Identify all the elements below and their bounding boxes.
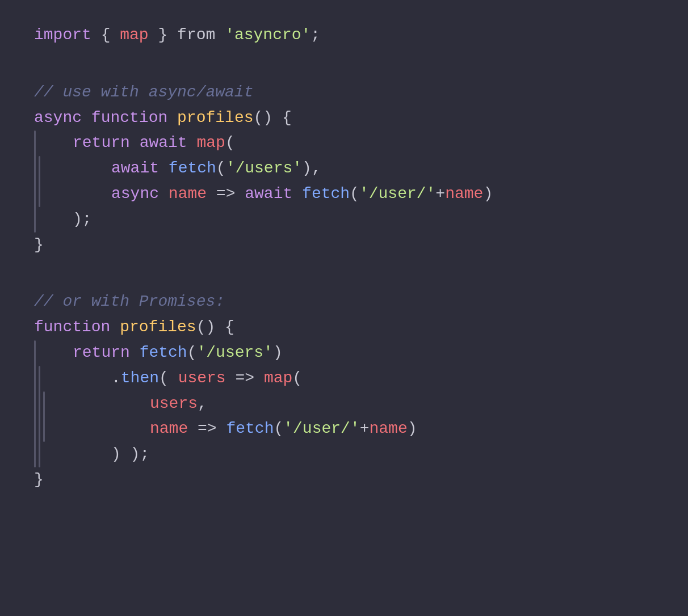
code-line-return-await-map: return await map ( xyxy=(73,130,654,156)
token-fetch-4: fetch xyxy=(226,416,274,442)
token-fetch-1: fetch xyxy=(169,156,216,182)
code-comment-2: // or with Promises: xyxy=(34,289,654,315)
token-name-var-1: name xyxy=(445,182,483,207)
map-args-2: users , name => fetch ( '/user/' + name … xyxy=(43,391,654,442)
vbar-3 xyxy=(34,340,36,467)
code-line-close-async-fn: } xyxy=(34,233,654,258)
token-string-users-2: '/users' xyxy=(196,340,272,366)
token-await-2: await xyxy=(111,156,159,182)
token-await-3: await xyxy=(245,182,292,207)
blank-line-1 xyxy=(34,48,654,80)
code-line-async-fn: async function profiles () { xyxy=(34,106,654,131)
then-chain: . then ( users => map ( users , name xyxy=(39,366,654,467)
token-map-call-2: map xyxy=(264,366,292,391)
token-users-param: users xyxy=(178,366,226,391)
code-line-close-map: ); xyxy=(73,207,654,233)
code-line-close-then: ) ); xyxy=(111,442,654,467)
token-name-param-2: name xyxy=(150,416,188,442)
token-await-1: await xyxy=(140,130,187,156)
code-line-then: . then ( users => map ( xyxy=(111,366,654,391)
token-string-user-path: '/user/' xyxy=(359,182,435,207)
code-line-await-fetch-users: await fetch ( '/users' ), xyxy=(111,156,654,182)
token-function-1: function xyxy=(91,106,167,131)
vbar-1 xyxy=(34,130,36,232)
code-line-name-arrow-fetch: name => fetch ( '/user/' + name ) xyxy=(150,416,654,442)
token-name-param-1: name xyxy=(169,182,207,207)
token-users-arg: users xyxy=(150,391,198,417)
token-name-var-2: name xyxy=(370,416,408,442)
vbar-2 xyxy=(39,156,40,207)
token-import: import xyxy=(34,23,91,48)
code-line-return-fetch: return fetch ( '/users' ) xyxy=(73,340,654,366)
token-function-2: function xyxy=(34,315,110,340)
token-async: async xyxy=(34,106,82,131)
blank-line-2 xyxy=(34,258,654,289)
code-line-fn-profiles: function profiles () { xyxy=(34,315,654,340)
map-args: await fetch ( '/users' ), async name => … xyxy=(39,156,654,207)
code-comment-1: // use with async/await xyxy=(34,80,654,106)
token-async-2: async xyxy=(111,182,159,207)
token-from: from xyxy=(177,23,215,48)
token-map: map xyxy=(120,23,148,48)
code-line-close-fn: } xyxy=(34,467,654,493)
async-fn-body: return await map ( await fetch ( '/users… xyxy=(34,130,654,232)
token-return-1: return xyxy=(73,130,130,156)
token-profiles-2: profiles xyxy=(120,315,196,340)
vbar-5 xyxy=(43,391,45,442)
token-fetch-2: fetch xyxy=(302,182,350,207)
token-string-users: '/users' xyxy=(226,156,302,182)
token-map-call-1: map xyxy=(196,130,225,156)
code-block: import { map } from 'asyncro' ; // use w… xyxy=(34,23,654,493)
code-line-async-name-arrow: async name => await fetch ( '/user/' + n… xyxy=(111,182,654,207)
token-return-2: return xyxy=(73,340,130,366)
token-then: then xyxy=(121,366,159,391)
fn-body: return fetch ( '/users' ) . then ( users… xyxy=(34,340,654,467)
token-string-user-path-2: '/user/' xyxy=(283,416,359,442)
token-fetch-3: fetch xyxy=(140,340,187,366)
token-profiles-1: profiles xyxy=(177,106,253,131)
vbar-4 xyxy=(39,366,40,467)
token-asyncro-string: 'asyncro' xyxy=(225,23,311,48)
code-line-users-arg: users , xyxy=(150,391,654,417)
code-line-import: import { map } from 'asyncro' ; xyxy=(34,23,654,48)
